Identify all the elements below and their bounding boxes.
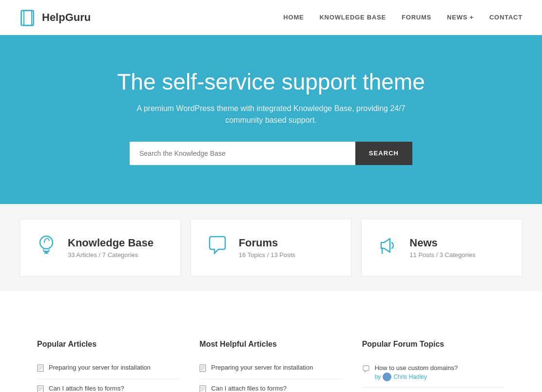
article-text: Preparing your server for installation	[211, 364, 313, 371]
author-name[interactable]: Chris Hadley	[393, 373, 427, 380]
hero-section: The self-service support theme A premium…	[0, 35, 542, 204]
forum-topic-text: How to use custom domains?	[375, 364, 458, 372]
svg-rect-1	[24, 10, 32, 25]
stat-title-knowledge-base: Knowledge Base	[68, 237, 154, 249]
forum-author-0: by Chris Hadley	[375, 373, 458, 381]
stat-title-news: News	[409, 237, 475, 249]
main-nav: HOME KNOWLEDGE BASE FORUMS NEWS + CONTAC…	[283, 14, 523, 21]
nav-home[interactable]: HOME	[283, 14, 304, 21]
logo-icon	[19, 9, 37, 26]
doc-icon	[37, 385, 44, 392]
chat-bubble-icon	[362, 365, 370, 374]
doc-icon	[199, 364, 206, 373]
popular-articles-list: Preparing your server for installation C…	[37, 358, 180, 392]
stats-grid: Knowledge Base 33 Articles / 7 Categorie…	[19, 219, 523, 277]
stat-info-knowledge-base: Knowledge Base 33 Articles / 7 Categorie…	[68, 237, 154, 259]
forum-topics-title: Popular Forum Topics	[362, 340, 505, 349]
bulb-icon	[35, 234, 58, 261]
search-bar: SEARCH	[130, 142, 412, 165]
stats-section: Knowledge Base 33 Articles / 7 Categorie…	[0, 204, 542, 291]
stat-sub-forums: 16 Topics / 13 Posts	[239, 251, 295, 259]
nav-news[interactable]: NEWS +	[447, 14, 474, 21]
stat-sub-knowledge-base: 33 Articles / 7 Categories	[68, 251, 154, 259]
header: HelpGuru HOME KNOWLEDGE BASE FORUMS NEWS…	[0, 0, 542, 35]
stat-info-news: News 11 Posts / 3 Categories	[409, 237, 475, 259]
chat-icon	[206, 235, 229, 261]
stat-card-news[interactable]: News 11 Posts / 3 Categories	[361, 219, 523, 277]
hero-title: The self-service support theme	[19, 69, 523, 95]
nav-contact[interactable]: CONTACT	[489, 14, 523, 21]
stat-card-forums[interactable]: Forums 16 Topics / 13 Posts	[191, 219, 352, 277]
logo[interactable]: HelpGuru	[19, 9, 91, 26]
svg-point-2	[40, 236, 53, 249]
helpful-articles-col: Most Helpful Articles Preparing your ser…	[199, 340, 342, 392]
list-item[interactable]: Can I attach files to forms?	[199, 379, 342, 392]
list-item[interactable]: Welcome to the new website by Roger Wilf…	[362, 388, 505, 392]
content-section: Popular Articles Preparing your server f…	[18, 316, 524, 392]
avatar	[383, 373, 391, 381]
stat-title-forums: Forums	[239, 237, 295, 249]
logo-text: HelpGuru	[42, 11, 91, 24]
stat-card-knowledge-base[interactable]: Knowledge Base 33 Articles / 7 Categorie…	[19, 219, 181, 277]
article-text: Can I attach files to forms?	[49, 385, 124, 392]
article-text: Can I attach files to forms?	[211, 385, 287, 392]
forum-topics-list: How to use custom domains? by Chris Hadl…	[362, 358, 505, 392]
megaphone-icon	[376, 235, 400, 261]
list-item[interactable]: Preparing your server for installation	[37, 358, 180, 379]
nav-knowledge-base[interactable]: KNOWLEDGE BASE	[319, 14, 386, 21]
list-item[interactable]: Can I attach files to forms?	[37, 379, 180, 392]
list-item[interactable]: How to use custom domains? by Chris Hadl…	[362, 358, 505, 388]
article-text: Preparing your server for installation	[49, 364, 151, 371]
nav-forums[interactable]: FORUMS	[402, 14, 431, 21]
content-grid: Popular Articles Preparing your server f…	[37, 340, 505, 392]
stat-sub-news: 11 Posts / 3 Categories	[409, 251, 475, 259]
forum-topics-col: Popular Forum Topics How to use custom d…	[362, 340, 505, 392]
search-input[interactable]	[130, 142, 355, 165]
helpful-articles-title: Most Helpful Articles	[199, 340, 342, 349]
list-item[interactable]: Preparing your server for installation	[199, 358, 342, 379]
forum-item-content: How to use custom domains? by Chris Hadl…	[375, 364, 458, 381]
hero-subtitle: A premium WordPress theme with integrate…	[120, 103, 422, 126]
doc-icon	[37, 364, 44, 373]
search-button[interactable]: SEARCH	[355, 142, 412, 165]
helpful-articles-list: Preparing your server for installation C…	[199, 358, 342, 392]
popular-articles-title: Popular Articles	[37, 340, 180, 349]
stat-info-forums: Forums 16 Topics / 13 Posts	[239, 237, 295, 259]
popular-articles-col: Popular Articles Preparing your server f…	[37, 340, 180, 392]
by-label: by	[375, 373, 381, 380]
doc-icon	[199, 385, 206, 392]
